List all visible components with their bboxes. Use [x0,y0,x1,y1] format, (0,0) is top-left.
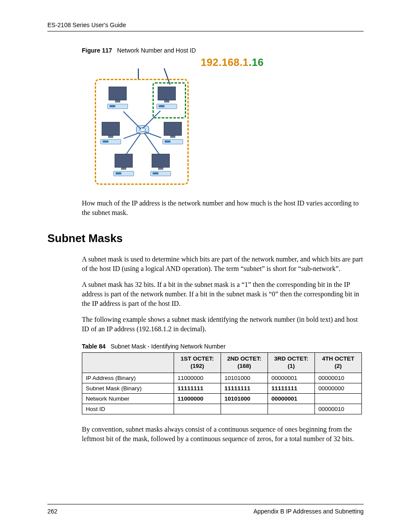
subnet-mask-table: 1ST OCTET:(192) 2ND OCTET:(168) 3RD OCTE… [82,352,362,414]
table-header-row: 1ST OCTET:(192) 2ND OCTET:(168) 3RD OCTE… [82,353,362,373]
pointer-line-network [138,68,139,80]
table-row: IP Address (Binary)110000001010100000000… [82,373,362,383]
table-cell [268,404,315,414]
table-row: Network Number110000001010100000000001 [82,394,362,404]
table-cell: 11000000 [174,394,221,404]
table-caption: Table 84 Subnet Mask - Identifying Netwo… [82,343,364,350]
paragraph: By convention, subnet masks always consi… [82,425,364,443]
table-body: IP Address (Binary)110000001010100000000… [82,373,362,414]
row-label: IP Address (Binary) [82,373,174,383]
section-heading: Subnet Masks [47,232,364,245]
table-cell: 10101000 [221,373,268,383]
table-header-cell: 4TH OCTET(2) [315,353,362,373]
computer-icon [156,87,177,109]
table-cell: 00000001 [268,394,315,404]
table-cell: 00000010 [315,373,362,383]
paragraph: A subnet mask is used to determine which… [82,255,364,273]
row-label: Host ID [82,404,174,414]
table-cell: 11111111 [268,383,315,394]
figure-117: 192.168.1.16 [95,56,364,186]
figure-label: Figure 117 [82,47,112,54]
table-header-cell: 1ST OCTET:(192) [174,353,221,373]
network-diagram [95,69,194,186]
table-header-cell [82,353,174,373]
table-cell: 00000010 [315,404,362,414]
computer-icon [107,87,128,109]
figure-caption: Figure 117 Network Number and Host ID [82,47,364,54]
table-label: Table 84 [82,343,106,350]
table-header-cell: 3RD OCTET:(1) [268,353,315,373]
table-cell: 00000001 [268,373,315,383]
table-cell: 11111111 [174,383,221,394]
paragraph: The following example shows a subnet mas… [82,315,364,333]
computer-icon [113,154,134,176]
paragraph: How much of the IP address is the networ… [82,199,364,217]
table-title: Subnet Mask - Identifying Network Number [111,343,226,350]
footer-section: Appendix B IP Addresses and Subnetting [253,508,364,515]
computer-icon [162,122,184,144]
document-page: ES-2108 Series User's Guide Figure 117 N… [0,0,411,532]
ip-network-part: 192.168.1 [201,56,249,68]
table-cell [174,404,221,414]
table-cell: 11000000 [174,373,221,383]
page-number: 262 [47,508,57,515]
ip-host-part: 16 [252,56,264,68]
computer-icon [100,122,121,144]
table-cell: 00000000 [315,383,362,394]
table-cell [315,394,362,404]
ip-address-label: 192.168.1.16 [101,56,364,68]
table-cell: 11111111 [221,383,268,394]
row-label: Network Number [82,394,174,404]
paragraph: A subnet mask has 32 bits. If a bit in t… [82,280,364,308]
row-label: Subnet Mask (Binary) [82,383,174,394]
page-header: ES-2108 Series User's Guide [47,22,364,31]
page-footer: 262 Appendix B IP Addresses and Subnetti… [47,504,364,515]
guide-title: ES-2108 Series User's Guide [47,22,126,28]
table-header-cell: 2ND OCTET:(168) [221,353,268,373]
table-row: Subnet Mask (Binary)11111111111111111111… [82,383,362,394]
table-cell: 10101000 [221,394,268,404]
table-cell [221,404,268,414]
computer-icon [150,154,171,176]
figure-title: Network Number and Host ID [117,47,196,54]
table-row: Host ID00000010 [82,404,362,414]
